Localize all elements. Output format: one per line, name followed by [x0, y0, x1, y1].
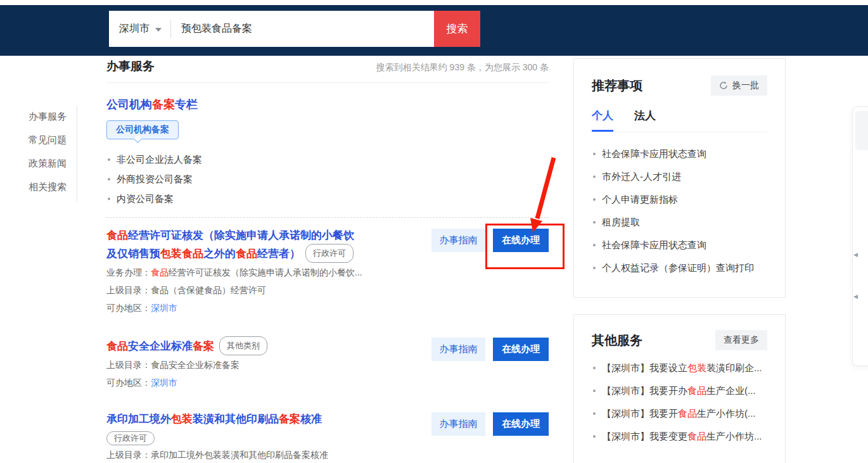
floating-item[interactable]: 政民 [855, 111, 868, 150]
more-button[interactable]: 查看更多 [715, 330, 767, 350]
category-tag: 行政许可 [305, 244, 354, 263]
text-part: 食品 [687, 385, 706, 396]
left-nav-item[interactable]: 办事服务 [29, 111, 67, 122]
left-nav-item[interactable]: 常见问题 [29, 135, 67, 145]
floating-item[interactable]: 我要 [855, 153, 868, 192]
left-nav-item[interactable]: 相关搜索 [29, 182, 67, 192]
special-column: 公司机构备案专栏 公司机构备案 非公司企业法人备案外商投资公司备案内资公司备案 [106, 97, 549, 208]
online-button[interactable]: 在线办理 [493, 338, 549, 361]
result-title[interactable]: 食品经营许可证核发（除实施申请人承诺制的小餐饮及仅销售预包装食品之外的食品经营者… [106, 227, 421, 263]
result-title[interactable]: 食品安全企业标准备案其他类别 [106, 336, 421, 355]
floating-item[interactable]: 智能 [855, 320, 868, 359]
left-nav-item[interactable]: 政策新闻 [29, 158, 67, 168]
text-part: 备案 [193, 340, 214, 352]
tag-pointer-notch [134, 135, 142, 143]
recommend-tabs: 个人法人 [592, 108, 767, 132]
text-part: 装潢印刷企... [706, 362, 762, 373]
text-part: 食品 [236, 248, 257, 260]
special-column-links: 非公司企业法人备案外商投资公司备案内资公司备案 [106, 149, 549, 208]
text-part: 食品 [106, 229, 128, 241]
meta-row: 业务办理：食品经营许可证核发（除实施申请人承诺制的小餐饮... [106, 264, 421, 281]
result-title-line: 食品经营许可证核发（除实施申请人承诺制的小餐饮 [106, 227, 421, 244]
other-services-list: 【深圳市】我要设立包装装潢印刷企...【深圳市】我要开办食品生产企业(...【深… [592, 357, 767, 448]
region-select[interactable]: 深圳市 [109, 11, 170, 47]
right-column: 推荐事项 换一批 个人法人 社会保障卡应用状态查询市外迁入-人才引进个人申请更新… [573, 58, 786, 463]
collapse-arrow-icon: ◀ [853, 251, 858, 258]
special-column-title[interactable]: 公司机构备案专栏 [106, 97, 549, 112]
floating-item[interactable]: ◀咨询 [855, 278, 868, 317]
text-part[interactable]: 深圳市 [151, 377, 177, 388]
category-tag: 行政许可 [106, 431, 155, 445]
online-button[interactable]: 在线办理 [493, 412, 549, 436]
result-buttons: 办事指南在线办理 [431, 229, 549, 316]
recommend-item[interactable]: 市外迁入-人才引进 [592, 165, 767, 188]
text-part: 【深圳市】我要开办 [602, 385, 687, 396]
other-service-item[interactable]: 【深圳市】我要变更食品生产小作坊... [592, 425, 767, 448]
text-part: 食品（含保健食品）经营许可 [151, 285, 266, 295]
result-buttons: 办事指南在线办理 [431, 412, 549, 463]
guide-button[interactable]: 办事指南 [431, 229, 485, 252]
special-column-tag[interactable]: 公司机构备案 [106, 120, 179, 139]
special-link[interactable]: 非公司企业法人备案 [106, 149, 549, 169]
chevron-down-icon [155, 28, 162, 32]
other-service-item[interactable]: 【深圳市】我要开食品生产小作坊(... [592, 402, 767, 425]
special-link[interactable]: 外商投资公司备案 [106, 169, 549, 189]
meta-label: 可办地区： [106, 303, 151, 313]
refresh-button[interactable]: 换一批 [711, 75, 767, 96]
tab-personal[interactable]: 个人 [592, 108, 613, 132]
text-part: 【深圳市】我要变更 [602, 431, 687, 441]
text-part: 专栏 [175, 98, 198, 111]
result-item: 食品经营许可证核发（除实施申请人承诺制的小餐饮及仅销售预包装食品之外的食品经营者… [106, 218, 549, 327]
other-service-item[interactable]: 【深圳市】我要设立包装装潢印刷企... [592, 357, 767, 379]
special-link[interactable]: 内资公司备案 [106, 189, 549, 208]
result-item: 食品安全企业标准备案其他类别上级目录：食品安全企业标准备案可办地区：深圳市办事指… [106, 327, 549, 402]
left-nav: 办事服务常见问题政策新闻相关搜索 [29, 111, 67, 205]
text-part: 生产小作坊(... [697, 408, 756, 419]
meta-label: 上级目录： [106, 285, 151, 295]
tab-legal[interactable]: 法人 [634, 108, 656, 132]
text-part[interactable]: 深圳市 [151, 303, 177, 313]
search-input[interactable] [171, 11, 434, 47]
online-button[interactable]: 在线办理 [493, 229, 549, 252]
recommend-item[interactable]: 租房提取 [592, 211, 767, 234]
text-part: 包装食品 [160, 248, 203, 260]
recommend-item[interactable]: 个人申请更新指标 [592, 188, 767, 211]
more-button-label: 查看更多 [724, 334, 759, 346]
text-part: 及仅销售预 [106, 248, 160, 260]
recommend-item[interactable]: 社会保障卡应用状态查询 [592, 234, 767, 257]
result-title-line: 食品安全企业标准备案其他类别 [106, 336, 421, 355]
recommend-card: 推荐事项 换一批 个人法人 社会保障卡应用状态查询市外迁入-人才引进个人申请更新… [573, 58, 786, 298]
search-results-main: 办事服务 搜索到相关结果约 939 条，为您展示 300 条 公司机构备案专栏 … [106, 58, 549, 463]
meta-label: 上级目录： [106, 360, 151, 370]
text-part: 经营者） [257, 248, 300, 260]
other-service-item[interactable]: 【深圳市】我要开办食品生产企业(... [592, 379, 767, 402]
category-tag: 其他类别 [219, 336, 267, 355]
site-header: 深圳市 搜索 [0, 5, 868, 56]
results-list: 食品经营许可证核发（除实施申请人承诺制的小餐饮及仅销售预包装食品之外的食品经营者… [106, 218, 549, 463]
text-part: 【深圳市】我要开 [602, 408, 678, 419]
refresh-button-label: 换一批 [732, 80, 759, 91]
section-title: 办事服务 [106, 58, 155, 75]
meta-row: 上级目录：食品（含保健食品）经营许可 [106, 282, 421, 298]
meta-label: 上级目录： [106, 450, 151, 460]
result-buttons: 办事指南在线办理 [431, 338, 549, 391]
result-item: 承印加工境外包装装潢和其他印刷品备案核准行政许可上级目录：承印加工境外包装装潢和… [106, 402, 549, 463]
recommend-item[interactable]: 个人权益记录（参保证明）查询打印 [592, 257, 767, 279]
text-part: 备案 [279, 413, 300, 425]
text-part: 食品 [687, 431, 706, 441]
guide-button[interactable]: 办事指南 [431, 412, 485, 436]
floating-item[interactable]: ◀我要 [855, 236, 868, 276]
search-button[interactable]: 搜索 [434, 11, 480, 47]
other-services-card: 其他服务 查看更多 【深圳市】我要设立包装装潢印刷企...【深圳市】我要开办食品… [573, 314, 786, 463]
meta-row: 上级目录：承印加工境外包装装潢和其他印刷品备案核准 [106, 447, 421, 463]
special-column-tag-label: 公司机构备案 [116, 124, 169, 134]
text-part: 包装 [687, 362, 706, 373]
floating-item[interactable]: 我要 [855, 194, 868, 234]
result-title[interactable]: 承印加工境外包装装潢和其他印刷品备案核准 [106, 411, 421, 428]
text-part: 食品 [678, 408, 697, 419]
text-part: 食品安全企业标准备案 [151, 360, 239, 370]
other-services-title: 其他服务 [592, 332, 642, 349]
text-part: 包装 [171, 413, 193, 425]
recommend-item[interactable]: 社会保障卡应用状态查询 [592, 143, 767, 165]
guide-button[interactable]: 办事指南 [431, 338, 485, 361]
